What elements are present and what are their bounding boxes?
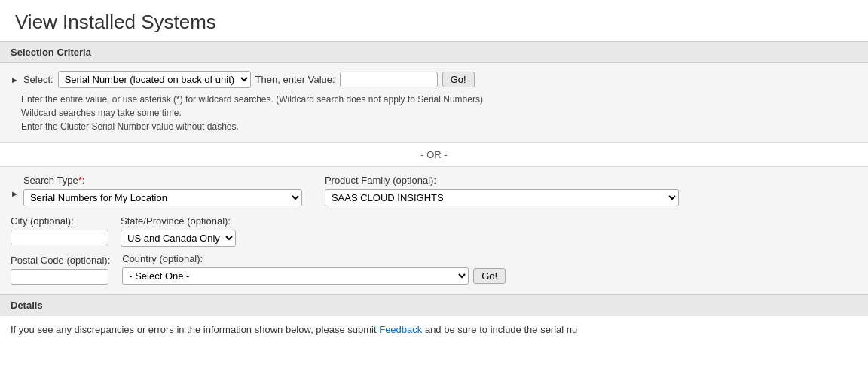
select-label: Select: bbox=[23, 74, 53, 85]
product-family-col: Product Family (optional): SAAS CLOUD IN… bbox=[325, 175, 679, 206]
search-type-arrow-row: ► Search Type*: Serial Numbers for My Lo… bbox=[11, 175, 857, 212]
state-dropdown[interactable]: US and Canada Only All bbox=[121, 230, 236, 247]
city-col: City (optional): bbox=[11, 215, 108, 245]
product-family-dropdown[interactable]: SAAS CLOUD INSIGHTS All Networking Secur… bbox=[325, 189, 679, 206]
or-divider: - OR - bbox=[0, 143, 868, 167]
city-label: City (optional): bbox=[11, 215, 108, 227]
search-type-label: Search Type*: bbox=[23, 175, 302, 186]
city-input[interactable] bbox=[11, 230, 108, 245]
postal-label: Postal Code (optional): bbox=[11, 255, 110, 266]
then-enter-label: Then, enter Value: bbox=[255, 74, 335, 85]
go-button-top[interactable]: Go! bbox=[442, 72, 475, 87]
search-block: ► Search Type*: Serial Numbers for My Lo… bbox=[0, 167, 868, 294]
state-col: State/Province (optional): US and Canada… bbox=[121, 215, 236, 247]
country-col: Country (optional): - Select One - Unite… bbox=[122, 253, 506, 285]
arrow-indicator: ► bbox=[11, 75, 19, 84]
criteria-block: ► Select: Serial Number (located on back… bbox=[0, 63, 868, 143]
details-text-after: and be sure to include the serial nu bbox=[422, 324, 577, 335]
postal-col: Postal Code (optional): bbox=[11, 255, 110, 285]
country-dropdown[interactable]: - Select One - United States Canada Unit… bbox=[122, 267, 469, 285]
search-type-dropdown[interactable]: Serial Numbers for My Location All Seria… bbox=[23, 189, 302, 206]
postal-country-row: Postal Code (optional): Country (optiona… bbox=[11, 253, 857, 285]
select-dropdown[interactable]: Serial Number (located on back of unit) … bbox=[58, 71, 251, 88]
page-title: View Installed Systems bbox=[0, 0, 868, 41]
hint-line-3: Enter the Cluster Serial Number value wi… bbox=[21, 120, 857, 133]
search-arrow-indicator: ► bbox=[11, 189, 19, 198]
city-state-row: City (optional): State/Province (optiona… bbox=[11, 215, 857, 247]
state-label: State/Province (optional): bbox=[121, 215, 236, 227]
value-input[interactable] bbox=[340, 72, 438, 87]
search-type-row: Search Type*: Serial Numbers for My Loca… bbox=[23, 175, 679, 206]
select-row: ► Select: Serial Number (located on back… bbox=[11, 71, 857, 88]
product-family-label: Product Family (optional): bbox=[325, 175, 679, 186]
selection-criteria-header: Selection Criteria bbox=[0, 41, 868, 63]
details-header: Details bbox=[0, 294, 868, 316]
hint-text: Enter the entire value, or use asterisk … bbox=[21, 93, 857, 133]
details-text-before: If you see any discrepancies or errors i… bbox=[11, 324, 379, 335]
search-type-col: Search Type*: Serial Numbers for My Loca… bbox=[23, 175, 302, 206]
hint-line-1: Enter the entire value, or use asterisk … bbox=[21, 93, 857, 106]
country-go-row: - Select One - United States Canada Unit… bbox=[122, 267, 506, 285]
go-button-bottom[interactable]: Go! bbox=[473, 268, 506, 284]
country-label: Country (optional): bbox=[122, 253, 506, 264]
postal-input[interactable] bbox=[11, 269, 108, 285]
details-text: If you see any discrepancies or errors i… bbox=[0, 316, 868, 343]
feedback-link[interactable]: Feedback bbox=[379, 324, 422, 335]
hint-line-2: Wildcard searches may take some time. bbox=[21, 106, 857, 120]
